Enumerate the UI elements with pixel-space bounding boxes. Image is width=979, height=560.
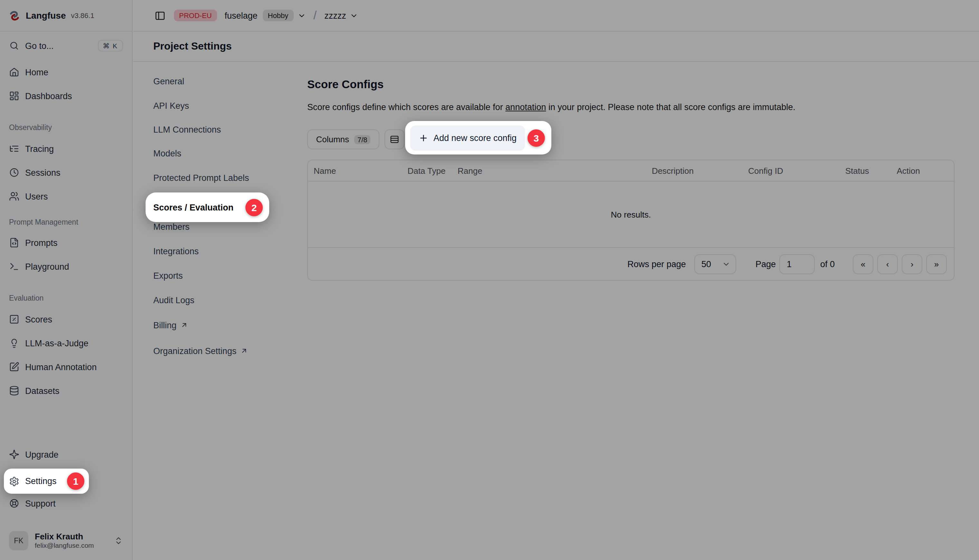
sidebar-item-label: Settings [25,476,57,486]
tutorial-dim-overlay [0,0,979,560]
app-window: Langfuse v3.86.1 Go to... ⌘ K Home Dashb… [0,0,979,560]
step-1-badge: 1 [67,472,84,490]
step-3-badge: 3 [528,129,545,147]
sidebar-item-settings[interactable]: Settings 1 [4,468,89,494]
settings-nav-scores-evaluation[interactable]: Scores / Evaluation 2 [145,192,269,222]
plus-icon [419,133,428,143]
settings-nav-label: Scores / Evaluation [153,202,234,212]
gear-icon [9,476,19,486]
add-score-config-label: Add new score config [433,133,516,143]
add-score-config-spotlight: Add new score config 3 [405,121,551,155]
step-2-badge: 2 [246,198,263,216]
add-score-config-button[interactable]: Add new score config [410,125,525,150]
